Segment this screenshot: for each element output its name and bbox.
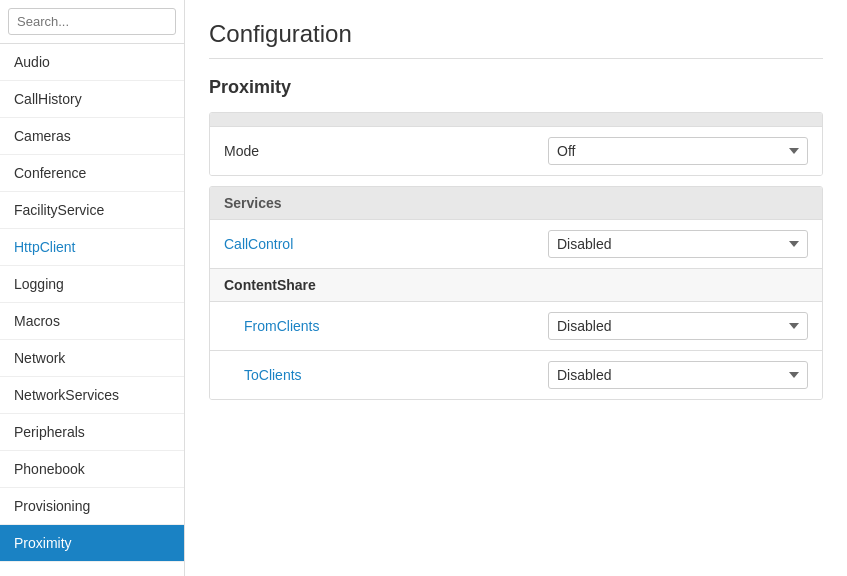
sidebar: AudioCallHistoryCamerasConferenceFacilit… <box>0 0 185 576</box>
sidebar-item-cameras[interactable]: Cameras <box>0 118 184 155</box>
contentshare-header-row: ContentShare <box>210 269 822 302</box>
callcontrol-row: CallControl DisabledEnabled <box>210 220 822 269</box>
sidebar-items: AudioCallHistoryCamerasConferenceFacilit… <box>0 44 184 562</box>
fromclients-label: FromClients <box>224 318 548 334</box>
sidebar-item-facilityservice[interactable]: FacilityService <box>0 192 184 229</box>
mode-header-row <box>210 113 822 127</box>
toclients-label: ToClients <box>224 367 548 383</box>
sidebar-item-peripherals[interactable]: Peripherals <box>0 414 184 451</box>
sidebar-item-conference[interactable]: Conference <box>0 155 184 192</box>
callcontrol-label: CallControl <box>224 236 548 252</box>
main-content: Configuration Proximity Mode OffOn Servi… <box>185 0 847 576</box>
sidebar-item-audio[interactable]: Audio <box>0 44 184 81</box>
mode-select[interactable]: OffOn <box>548 137 808 165</box>
toclients-select[interactable]: DisabledEnabled <box>548 361 808 389</box>
sidebar-item-phonebook[interactable]: Phonebook <box>0 451 184 488</box>
mode-label: Mode <box>224 143 548 159</box>
sidebar-item-httpclient[interactable]: HttpClient <box>0 229 184 266</box>
callcontrol-select[interactable]: DisabledEnabled <box>548 230 808 258</box>
toclients-row: ToClients DisabledEnabled <box>210 351 822 399</box>
sidebar-item-network[interactable]: Network <box>0 340 184 377</box>
page-title: Configuration <box>209 20 823 59</box>
services-section: Services CallControl DisabledEnabled Con… <box>209 186 823 400</box>
services-header: Services <box>210 187 822 220</box>
sidebar-item-callhistory[interactable]: CallHistory <box>0 81 184 118</box>
sidebar-item-networkservices[interactable]: NetworkServices <box>0 377 184 414</box>
sidebar-item-proximity[interactable]: Proximity <box>0 525 184 562</box>
sidebar-item-provisioning[interactable]: Provisioning <box>0 488 184 525</box>
sidebar-item-macros[interactable]: Macros <box>0 303 184 340</box>
search-input[interactable] <box>8 8 176 35</box>
mode-section: Mode OffOn <box>209 112 823 176</box>
fromclients-select[interactable]: DisabledEnabled <box>548 312 808 340</box>
fromclients-row: FromClients DisabledEnabled <box>210 302 822 351</box>
contentshare-label: ContentShare <box>224 277 808 293</box>
mode-row: Mode OffOn <box>210 127 822 175</box>
sidebar-item-logging[interactable]: Logging <box>0 266 184 303</box>
search-container <box>0 0 184 44</box>
section-title: Proximity <box>209 77 823 98</box>
